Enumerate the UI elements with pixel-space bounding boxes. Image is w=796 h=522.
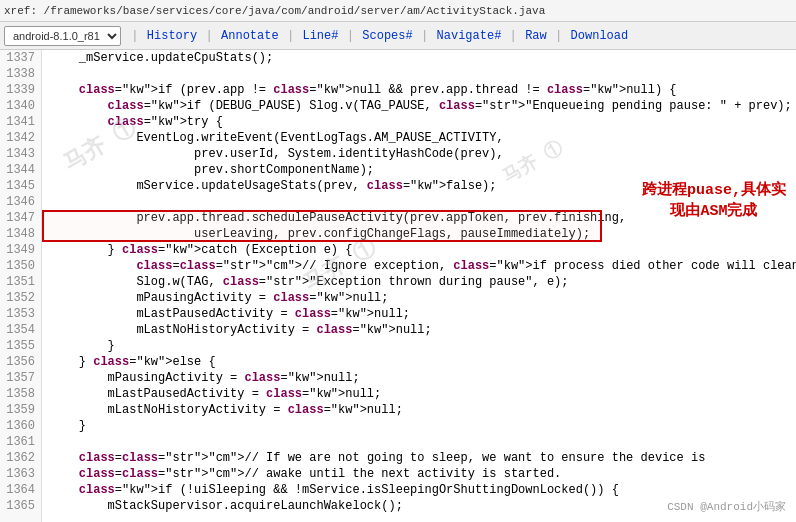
code-area[interactable]: _mService.updateCpuStats(); class="kw">i… (42, 50, 796, 522)
sep-1: | (131, 28, 139, 43)
annotate-link[interactable]: Annotate (215, 27, 285, 45)
sep-6: | (509, 28, 517, 43)
line-numbers: 1337133813391340134113421343134413451346… (0, 50, 42, 522)
sep-4: | (346, 28, 354, 43)
annotation-box: 跨进程puase,具体实现由ASM完成 (642, 180, 786, 222)
version-select[interactable]: android-8.1.0_r81 (4, 26, 121, 46)
toolbar: android-8.1.0_r81 | History | Annotate |… (0, 22, 796, 50)
sep-3: | (287, 28, 295, 43)
breadcrumb-bar: xref: /frameworks/base/services/core/jav… (0, 0, 796, 22)
sep-2: | (205, 28, 213, 43)
scopes-link[interactable]: Scopes# (356, 27, 418, 45)
annotation-text: 跨进程puase,具体实现由ASM完成 (642, 182, 786, 220)
csdn-label: CSDN @Android小码家 (667, 499, 786, 514)
lineno-link[interactable]: Line# (296, 27, 344, 45)
raw-link[interactable]: Raw (519, 27, 553, 45)
breadcrumb: xref: /frameworks/base/services/core/jav… (4, 5, 545, 17)
history-link[interactable]: History (141, 27, 203, 45)
sep-5: | (421, 28, 429, 43)
sep-7: | (555, 28, 563, 43)
code-container: 马齐 ① 马齐 ① 马齐 ① 1337133813391340134113421… (0, 50, 796, 522)
download-link[interactable]: Download (565, 27, 635, 45)
navigate-link[interactable]: Navigate# (431, 27, 508, 45)
